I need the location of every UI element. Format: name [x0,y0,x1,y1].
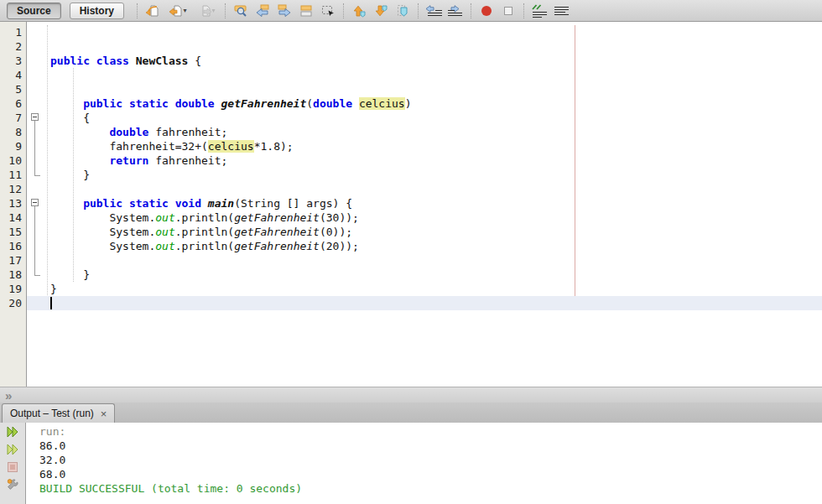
gutter-line-number[interactable]: 2 [0,39,26,54]
chevron-down-icon[interactable]: ▾ [212,7,216,14]
ide-window: Source History ▾▾ 1234567891011121314151… [0,0,822,504]
build-settings-icon[interactable] [6,478,19,491]
comment-icon[interactable] [528,3,550,19]
code-line[interactable]: } [27,282,822,296]
code-line[interactable]: System.out.println(getFahrenheit(20)); [27,239,822,253]
code-line[interactable]: public class NewClass { [27,54,822,68]
editor-toolbar: Source History ▾▾ [0,0,822,22]
tab-source[interactable]: Source [7,3,61,19]
output-tab-label: Output – Test (run) [10,408,94,419]
code-line[interactable] [27,68,822,82]
collapsed-navigator-strip: » [0,387,822,403]
toolbar-separator [523,3,524,18]
code-line[interactable] [27,253,822,268]
gutter-line-number[interactable]: 12 [0,182,26,196]
gutter-line-number[interactable]: 13 [0,196,26,210]
output-tab[interactable]: Output – Test (run) × [2,403,115,423]
previous-bookmark-icon[interactable] [348,3,370,19]
code-line[interactable]: return fahrenheit; [27,153,822,168]
gutter-line-number[interactable]: 15 [0,225,26,239]
rerun-alt-icon[interactable] [6,443,19,456]
output-line: 32.0 [39,453,302,467]
tab-history[interactable]: History [70,3,124,19]
gutter-line-number[interactable]: 1 [0,25,26,39]
code-line[interactable]: fahrenheit=32+(celcius*1.8); [27,139,822,153]
fold-guide-foot [34,275,40,276]
stop-build-icon[interactable] [6,460,19,474]
output-line: BUILD SUCCESSFUL (total time: 0 seconds) [39,481,302,496]
code-line[interactable]: public static double getFahrenheit(doubl… [27,96,822,111]
shift-left-icon[interactable] [423,3,445,19]
stop-macro-recording-icon[interactable] [497,3,519,19]
code-content[interactable]: public class NewClass { public static do… [27,22,822,387]
toggle-highlight-search-icon[interactable] [295,3,317,19]
back-icon[interactable]: ▾ [164,3,192,19]
shift-right-icon[interactable] [445,3,466,19]
gutter-line-number[interactable]: 14 [0,210,26,225]
code-line[interactable]: System.out.println(getFahrenheit(30)); [27,210,822,225]
text-caret [50,297,52,309]
fold-guide-line [34,121,35,175]
rectangular-selection-icon[interactable] [317,3,339,19]
last-edit-location-icon[interactable] [142,3,164,19]
output-panel: run:86.032.068.0BUILD SUCCESSFUL (total … [0,423,822,504]
toolbar-separator [343,3,344,18]
code-line[interactable] [27,39,822,54]
toolbar-separator [225,3,226,18]
code-line[interactable]: { [27,111,822,125]
toggle-bookmark-icon[interactable] [392,3,414,19]
gutter-line-number[interactable]: 11 [0,168,26,182]
gutter-line-number[interactable]: 18 [0,268,26,282]
toolbar-icons: ▾▾ [142,3,572,19]
find-next-icon[interactable] [273,3,295,19]
fold-collapse-icon[interactable] [31,113,39,121]
output-line: run: [39,424,302,439]
chevron-down-icon[interactable]: ▾ [184,7,187,14]
toolbar-separator [137,3,138,18]
code-editor: 1234567891011121314151617181920 public c… [0,22,822,387]
gutter-line-number[interactable]: 8 [0,125,26,139]
output-action-rail [0,423,26,504]
code-line[interactable] [27,182,822,196]
code-line[interactable] [27,82,822,96]
gutter-line-number[interactable]: 10 [0,153,26,168]
next-bookmark-icon[interactable] [370,3,392,19]
forward-icon[interactable]: ▾ [192,3,221,19]
gutter-line-number[interactable]: 9 [0,139,26,153]
gutter-line-number[interactable]: 4 [0,68,26,82]
toolbar-separator [418,3,419,18]
code-line[interactable]: double fahrenheit; [27,125,822,139]
output-line: 86.0 [39,439,302,453]
gutter-line-number[interactable]: 3 [0,54,26,68]
uncomment-icon[interactable] [550,3,572,19]
fold-guide-line [34,206,35,275]
code-line[interactable]: } [27,268,822,282]
code-lines: public class NewClass { public static do… [27,25,822,310]
code-line[interactable] [27,296,822,310]
rerun-icon[interactable] [6,425,19,439]
close-icon[interactable]: × [101,408,107,419]
gutter-line-number[interactable]: 6 [0,96,26,111]
gutter-line-number[interactable]: 7 [0,111,26,125]
expand-chevron-icon[interactable]: » [5,389,12,402]
code-line[interactable] [27,25,822,39]
start-macro-recording-icon[interactable] [476,3,497,19]
toolbar-separator [471,3,471,18]
find-previous-icon[interactable] [252,3,273,19]
gutter-line-number[interactable]: 20 [0,296,26,310]
find-selection-icon[interactable] [230,3,252,19]
code-line[interactable]: System.out.println(getFahrenheit(0)); [27,225,822,239]
output-line: 68.0 [39,467,302,481]
gutter-line-number[interactable]: 17 [0,253,26,268]
gutter-line-number[interactable]: 19 [0,282,26,296]
line-number-gutter: 1234567891011121314151617181920 [0,22,27,387]
code-line[interactable]: } [27,168,822,182]
gutter-line-number[interactable]: 5 [0,82,26,96]
output-console[interactable]: run:86.032.068.0BUILD SUCCESSFUL (total … [26,423,302,504]
gutter-line-number[interactable]: 16 [0,239,26,253]
code-line[interactable]: public static void main(String [] args) … [27,196,822,210]
fold-collapse-icon[interactable] [31,199,39,206]
fold-guide-foot [34,175,40,176]
output-tab-bar: Output – Test (run) × [0,403,822,423]
